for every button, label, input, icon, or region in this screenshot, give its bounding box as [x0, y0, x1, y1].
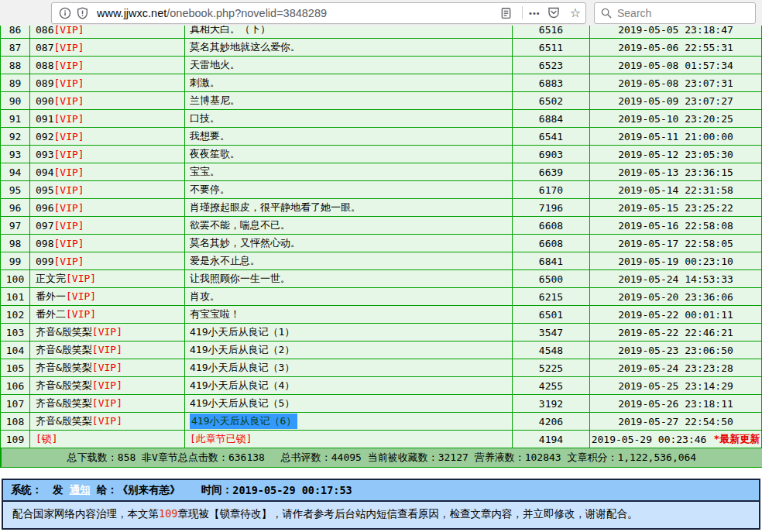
chapter-table: 86 086[VIP] 真相大白。（下） 6516 2019-05-05 23:…: [0, 26, 762, 468]
chapter-number-cell: 102: [1, 306, 30, 323]
chapter-title-link[interactable]: 419小天后从良记（4）: [185, 377, 513, 394]
chapter-title-link[interactable]: 欲罢不能，喘息不已。: [185, 217, 513, 234]
chapter-label-cell: 齐音&殷笑梨[VIP]: [30, 395, 185, 412]
chapter-title-link[interactable]: 莫名其妙地就这么爱你。: [185, 39, 513, 56]
page-info-icon[interactable]: [58, 6, 72, 20]
url-path: /onebook.php?novelid=3848289: [166, 7, 327, 19]
word-count-cell: 6500: [513, 270, 590, 287]
search-bar[interactable]: [594, 2, 756, 24]
chapter-label-cell: 095[VIP]: [30, 181, 185, 198]
chapter-title-link[interactable]: 肖瑾撩起眼皮，很平静地看了她一眼。: [185, 199, 513, 216]
word-count-cell: 6501: [513, 306, 590, 323]
address-bar[interactable]: www.jjwxc.net/onebook.php?novelid=384828…: [51, 2, 586, 24]
chapter-title-link[interactable]: 真相大白。（下）: [185, 26, 513, 38]
chapter-number-cell: 93: [1, 146, 30, 163]
table-row: 101 番外一[VIP] 肖攻。 6215 2019-05-20 23:36:0…: [1, 288, 762, 306]
table-row: 95 095[VIP] 不要停。 6170 2019-05-14 22:31:5…: [1, 181, 762, 199]
chapter-label-cell: 齐音&殷笑梨[VIP]: [30, 342, 185, 359]
update-date-cell: 2019-05-08 23:07:31: [590, 74, 762, 91]
word-count-cell: 5225: [513, 359, 590, 376]
update-date-cell: 2019-05-16 22:58:08: [590, 217, 762, 234]
tracking-protection-shield-icon[interactable]: [75, 6, 89, 20]
url-text[interactable]: www.jjwxc.net/onebook.php?novelid=384828…: [97, 7, 499, 19]
word-count-cell: 6511: [513, 39, 590, 56]
notice-body-pre: 配合国家网络内容治理，本文第: [12, 507, 159, 520]
chapter-title-link[interactable]: 我想要。: [185, 128, 513, 145]
bookmark-star-icon[interactable]: ☆: [570, 7, 581, 19]
update-date-cell: 2019-05-20 23:36:06: [590, 288, 762, 305]
chapter-title-link[interactable]: 419小天后从良记（1）: [185, 324, 513, 341]
chapter-title-link[interactable]: 莫名其妙，又怦然心动。: [185, 235, 513, 252]
notice-link[interactable]: 通知: [70, 483, 91, 497]
latest-update-badge: *最新更新: [713, 432, 760, 446]
update-date-cell: 2019-05-15 23:25:22: [590, 199, 762, 216]
notice-give-label: 给：: [97, 483, 118, 497]
table-row: 86 086[VIP] 真相大白。（下） 6516 2019-05-05 23:…: [1, 26, 762, 39]
word-count-cell: 6516: [513, 26, 590, 38]
page-actions-icon[interactable]: •••: [529, 9, 541, 18]
chapter-number-cell: 91: [1, 110, 30, 127]
chapter-number-cell: 107: [1, 395, 30, 412]
notice-time-label: 时间：: [201, 483, 233, 497]
word-count-cell: 6170: [513, 181, 590, 198]
table-row: 107 齐音&殷笑梨[VIP] 419小天后从良记（5） 3192 2019-0…: [1, 395, 762, 413]
chapter-number-cell: 101: [1, 288, 30, 305]
chapter-label-cell: 番外二[VIP]: [30, 306, 185, 323]
chapter-title-link[interactable]: 刺激。: [185, 74, 513, 91]
search-input[interactable]: [617, 7, 749, 19]
table-row: 100 正文完[VIP] 让我照顾你一生一世。 6500 2019-05-24 …: [1, 270, 762, 288]
update-date-cell: 2019-05-19 00:23:10: [590, 252, 762, 269]
word-count-cell: 6883: [513, 74, 590, 91]
chapter-title-link[interactable]: 兰博基尼。: [185, 92, 513, 109]
chapter-title-link[interactable]: 让我照顾你一生一世。: [185, 270, 513, 287]
chapter-label-cell: 094[VIP]: [30, 163, 185, 180]
word-count-cell: 6884: [513, 110, 590, 127]
notice-chapter-number: 109: [159, 507, 177, 520]
toolbar-separator: [522, 6, 523, 19]
chapter-title-link[interactable]: 419小天后从良记（3）: [185, 359, 513, 376]
update-date-cell: 2019-05-08 01:57:34: [590, 57, 762, 74]
chapter-title-link[interactable]: 宝宝。: [185, 163, 513, 180]
chapter-label-cell: 番外一[VIP]: [30, 288, 185, 305]
word-count-cell: 6541: [513, 128, 590, 145]
word-count-cell: 6215: [513, 288, 590, 305]
notice-body: 配合国家网络内容治理，本文第109章现被【锁章待改】，请作者参考后台站内短信查看…: [3, 502, 759, 528]
word-count-cell: 6841: [513, 252, 590, 269]
chapter-title-link[interactable]: [此章节已锁]: [185, 431, 513, 448]
chapter-title-link[interactable]: 419小天后从良记（6）: [185, 413, 513, 430]
update-date-cell: 2019-05-12 23:05:30: [590, 146, 762, 163]
system-notice: 系统： 发 通知 给：《别来有恙》 时间：2019-05-29 00:17:53…: [2, 479, 760, 530]
chapter-number-cell: 89: [1, 74, 30, 91]
chapter-title-link[interactable]: 天雷地火。: [185, 57, 513, 74]
chapter-title-link[interactable]: 夜夜笙歌。: [185, 146, 513, 163]
chapter-number-cell: 99: [1, 252, 30, 269]
notice-time-value: 2019-05-29 00:17:53: [232, 484, 352, 496]
chapter-title-link[interactable]: 有宝宝啦！: [185, 306, 513, 323]
pocket-icon[interactable]: [547, 6, 561, 20]
word-count-cell: 6608: [513, 235, 590, 252]
table-row: 99 099[VIP] 爱是永不止息。 6841 2019-05-19 00:2…: [1, 252, 762, 270]
search-icon: [601, 8, 612, 19]
table-row: 87 087[VIP] 莫名其妙地就这么爱你。 6511 2019-05-06 …: [1, 39, 762, 57]
chapter-number-cell: 90: [1, 92, 30, 109]
chapter-label-cell: 090[VIP]: [30, 92, 185, 109]
chapter-title-link[interactable]: 不要停。: [185, 181, 513, 198]
chapter-title-link[interactable]: 口技。: [185, 110, 513, 127]
word-count-cell: 6502: [513, 92, 590, 109]
word-count-cell: 6523: [513, 57, 590, 74]
table-row: 106 齐音&殷笑梨[VIP] 419小天后从良记（4） 4255 2019-0…: [1, 377, 762, 395]
chapter-title-link[interactable]: 419小天后从良记（2）: [185, 342, 513, 359]
chapter-number-cell: 86: [1, 26, 30, 38]
table-row: 98 098[VIP] 莫名其妙，又怦然心动。 6608 2019-05-17 …: [1, 235, 762, 252]
word-count-cell: 4255: [513, 377, 590, 394]
reader-mode-icon[interactable]: [499, 6, 513, 20]
chapter-title-link[interactable]: 肖攻。: [185, 288, 513, 305]
chapter-label-cell: 齐音&殷笑梨[VIP]: [30, 413, 185, 430]
update-date-cell: 2019-05-24 14:53:33: [590, 270, 762, 287]
chapter-title-link[interactable]: 爱是永不止息。: [185, 252, 513, 269]
chapter-title-link[interactable]: 419小天后从良记（5）: [185, 395, 513, 412]
browser-window: www.jjwxc.net/onebook.php?novelid=384828…: [0, 0, 762, 532]
notice-header: 系统： 发 通知 给：《别来有恙》 时间：2019-05-29 00:17:53: [3, 480, 759, 502]
update-date-cell: 2019-05-25 23:14:29: [590, 377, 762, 394]
chapter-number-cell: 96: [1, 199, 30, 216]
